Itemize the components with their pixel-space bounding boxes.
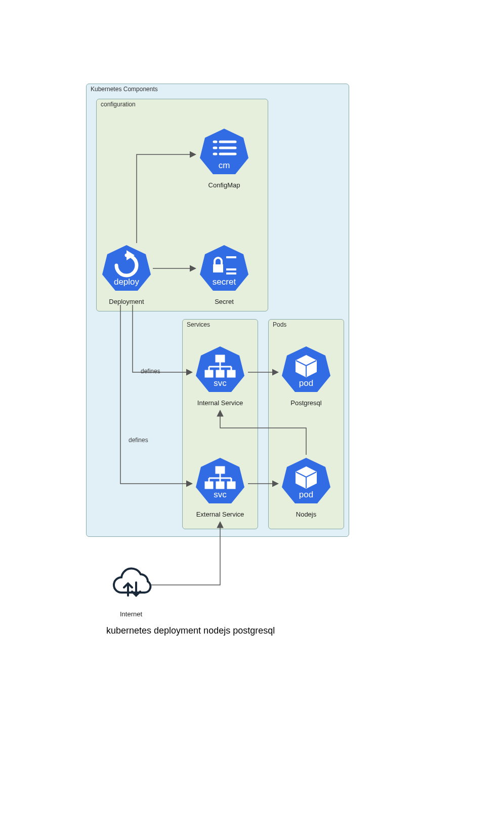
node-postgresql: pod Postgresql — [281, 344, 331, 407]
edge-label-defines-2: defines — [129, 437, 148, 444]
label-deployment: Deployment — [101, 298, 152, 305]
label-configuration: configuration — [101, 101, 136, 108]
svg-rect-13 — [216, 356, 224, 362]
label-pods: Pods — [273, 321, 286, 328]
label-k8s-components: Kubernetes Components — [91, 86, 158, 93]
badge-svc-external: svc — [214, 490, 227, 499]
label-configmap: ConfigMap — [199, 181, 249, 189]
svc-icon: svc — [195, 344, 245, 395]
node-deployment: deploy Deployment — [101, 243, 152, 305]
badge-svc-internal: svc — [214, 378, 227, 388]
svg-rect-19 — [205, 371, 213, 377]
svg-rect-21 — [228, 371, 235, 377]
pod-icon-nodejs: pod — [281, 456, 331, 506]
secret-icon: secret — [199, 243, 249, 294]
badge-deploy: deploy — [114, 277, 140, 287]
node-configmap: cm ConfigMap — [199, 127, 249, 189]
label-internet: Internet — [120, 610, 142, 618]
badge-secret: secret — [213, 277, 236, 287]
svg-rect-20 — [217, 371, 224, 377]
node-internet — [106, 567, 157, 605]
node-nodejs: pod Nodejs — [281, 456, 331, 518]
edge-label-defines-1: defines — [141, 368, 160, 375]
label-services: Services — [187, 321, 210, 328]
node-external-service: svc External Service — [195, 456, 245, 518]
cloud-icon — [109, 567, 154, 603]
svg-rect-28 — [205, 482, 213, 488]
label-internal-service: Internal Service — [195, 399, 245, 407]
label-external-service: External Service — [195, 510, 245, 518]
pod-icon-postgresql: pod — [281, 344, 331, 395]
svg-rect-12 — [213, 264, 223, 272]
badge-cm: cm — [219, 161, 230, 170]
svg-rect-30 — [228, 482, 235, 488]
svc-icon-external: svc — [195, 456, 245, 506]
label-nodejs: Nodejs — [281, 510, 331, 518]
diagram-caption: kubernetes deployment nodejs postgresql — [106, 625, 275, 636]
label-postgresql: Postgresql — [281, 399, 331, 407]
badge-pod-postgresql: pod — [299, 378, 313, 388]
label-secret: Secret — [199, 298, 249, 305]
node-secret: secret Secret — [199, 243, 249, 305]
deploy-icon: deploy — [101, 243, 152, 294]
svg-rect-22 — [216, 467, 224, 473]
svg-rect-29 — [217, 482, 224, 488]
cm-icon: cm — [199, 127, 249, 177]
badge-pod-nodejs: pod — [299, 490, 313, 499]
node-internal-service: svc Internal Service — [195, 344, 245, 407]
